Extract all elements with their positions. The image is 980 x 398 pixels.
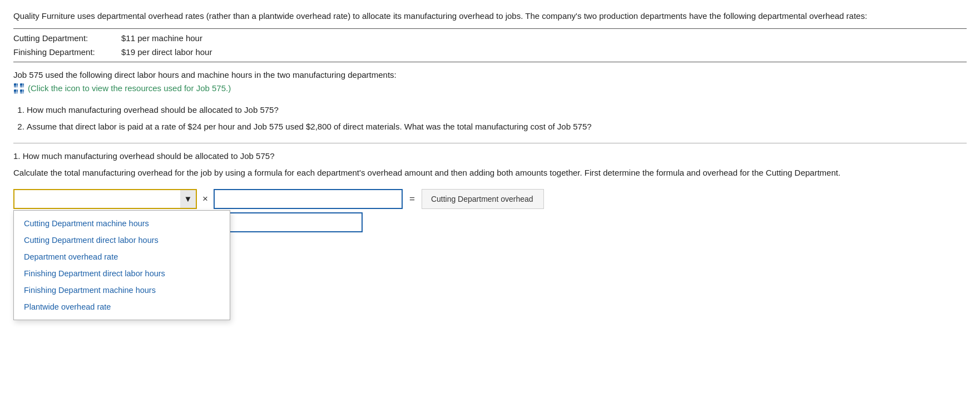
formula-result-input[interactable] [218,212,363,232]
popup-item-cutting-labor[interactable]: Cutting Department direct labor hours [14,232,230,248]
svg-rect-8 [17,83,17,87]
svg-rect-3 [20,89,24,93]
formula-input-1[interactable] [214,189,403,209]
multiply-sign: × [202,193,208,205]
popup-item-plantwide[interactable]: Plantwide overhead rate [14,298,230,315]
click-icon-text: (Click the icon to view the resources us… [28,83,231,93]
question-1: How much manufacturing overhead should b… [27,102,967,118]
svg-rect-0 [14,83,18,87]
formula-row-1: Cutting Department machine hours Cutting… [13,189,967,209]
popup-item-finishing-labor[interactable]: Finishing Department direct labor hours [14,265,230,282]
finishing-dept-label: Finishing Department: [13,45,108,59]
dropdown-wrapper[interactable]: Cutting Department machine hours Cutting… [13,189,197,209]
intro-paragraph: Quality Furniture uses departmental over… [13,10,967,23]
question-2: Assume that direct labor is paid at a ra… [27,118,967,135]
svg-rect-4 [14,86,18,86]
equals-sign-1: = [409,193,415,205]
formula-dropdown[interactable]: Cutting Department machine hours Cutting… [13,189,197,209]
cutting-dept-overhead-label: Cutting Department overhead [422,189,544,209]
finishing-rate-row: Finishing Department: $19 per direct lab… [13,45,967,59]
section-divider [13,143,967,143]
svg-rect-2 [14,89,18,93]
cutting-dept-label: Cutting Department: [13,31,108,46]
questions-list: How much manufacturing overhead should b… [13,102,967,135]
svg-rect-1 [20,83,24,87]
popup-item-dept-rate[interactable]: Department overhead rate [14,248,230,265]
grid-icon [13,83,24,94]
cutting-rate-row: Cutting Department: $11 per machine hour [13,31,967,46]
calc-description: Calculate the total manufacturing overhe… [13,166,967,179]
svg-rect-7 [20,92,24,92]
svg-rect-10 [17,89,17,93]
rates-table: Cutting Department: $11 per machine hour… [13,28,967,62]
popup-item-finishing-machine[interactable]: Finishing Department machine hours [14,282,230,298]
formula-area: Cutting Department machine hours Cutting… [13,189,967,232]
click-icon-link[interactable]: (Click the icon to view the resources us… [13,83,967,94]
cutting-dept-rate: $11 per machine hour [121,31,202,46]
popup-item-cutting-machine[interactable]: Cutting Department machine hours [14,215,230,232]
svg-rect-11 [23,89,23,93]
dropdown-popup: Cutting Department machine hours Cutting… [13,210,230,320]
svg-rect-9 [23,83,23,87]
finishing-dept-rate: $19 per direct labor hour [121,45,212,59]
svg-rect-5 [20,86,24,86]
section1-title: 1. How much manufacturing overhead shoul… [13,151,967,161]
svg-rect-6 [14,92,18,92]
job-text: Job 575 used the following direct labor … [13,70,967,79]
